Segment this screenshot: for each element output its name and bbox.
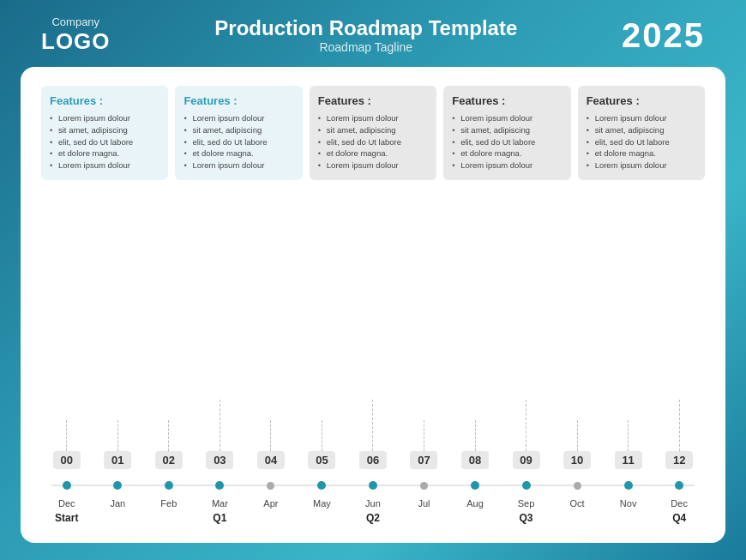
- quarter-label-start: Start: [55, 512, 78, 524]
- dot-10: [574, 482, 581, 490]
- feature-item: et dolore magna.: [50, 148, 159, 160]
- dashed-line: [220, 400, 220, 451]
- feature-item: et dolore magna.: [452, 148, 562, 160]
- dot-item-3: [195, 481, 246, 490]
- year-display: 2025: [622, 16, 705, 55]
- month-label-8: Aug: [466, 498, 484, 509]
- main-title: Production Roadmap Template: [214, 16, 517, 40]
- feature-item: Lorem ipsum dolour: [183, 112, 293, 124]
- feature-item: sit amet, adipiscing: [587, 124, 696, 136]
- month-item-12: Dec Q4: [653, 498, 705, 524]
- feature-item: et dolore magna.: [587, 148, 696, 160]
- header: Company LOGO Production Roadmap Template…: [0, 0, 746, 67]
- dot-8: [471, 481, 479, 490]
- dot-item-1: [93, 481, 144, 490]
- feature-item: elit, sed do Ut labore: [452, 136, 562, 148]
- dot-0: [63, 481, 71, 490]
- month-label-4: Apr: [263, 498, 278, 509]
- month-item-5: May: [297, 498, 348, 509]
- num-col-1: 01: [93, 420, 144, 474]
- feature-item: Lorem ipsum dolour: [50, 160, 159, 172]
- month-label-11: Nov: [620, 498, 637, 509]
- dot-item-7: [399, 482, 450, 490]
- month-label-3: Mar: [212, 498, 228, 509]
- feature-item: sit amet, adipiscing: [50, 124, 159, 136]
- num-col-2: 02: [143, 420, 195, 474]
- month-item-2: Feb: [143, 498, 195, 509]
- dot-3: [215, 481, 224, 490]
- feature-item: Lorem ipsum dolour: [587, 160, 696, 172]
- feature-title-1: Features :: [50, 94, 159, 107]
- logo-text: LOGO: [41, 28, 111, 55]
- feature-title-4: Features :: [452, 94, 562, 107]
- timeline-section: 00 01 02 03 04: [41, 190, 705, 527]
- month-item-1: Jan: [93, 498, 144, 509]
- main-card: Features : Lorem ipsum dolour sit amet, …: [21, 67, 725, 543]
- month-item-9: Sep Q3: [501, 498, 552, 524]
- dashed-line: [526, 400, 526, 451]
- month-label-0: Dec: [58, 498, 75, 509]
- feature-item: et dolore magna.: [183, 148, 293, 160]
- dot-item-10: [551, 482, 603, 490]
- num-col-10: 10: [551, 420, 603, 474]
- month-item-4: Apr: [245, 498, 297, 509]
- features-row: Features : Lorem ipsum dolour sit amet, …: [41, 86, 705, 180]
- feature-item: Lorem ipsum dolour: [318, 160, 428, 172]
- feature-item: Lorem ipsum dolour: [50, 112, 159, 124]
- num-col-11: 11: [603, 420, 654, 474]
- dot-item-9: [501, 481, 552, 490]
- dashed-line: [372, 400, 373, 451]
- num-box-2: 02: [155, 451, 183, 469]
- page-wrapper: Company LOGO Production Roadmap Template…: [0, 0, 746, 560]
- dashed-line: [577, 420, 578, 451]
- feature-title-5: Features :: [587, 94, 696, 107]
- dot-1: [113, 481, 122, 490]
- num-box-0: 00: [53, 451, 81, 469]
- feature-item: Lorem ipsum dolour: [452, 160, 562, 172]
- dashed-line: [117, 420, 118, 451]
- month-label-12: Dec: [671, 498, 688, 509]
- num-col-3: 03: [195, 400, 246, 474]
- feature-item: elit, sed do Ut labore: [50, 136, 159, 148]
- feature-list-3: Lorem ipsum dolour sit amet, adipiscing …: [318, 112, 428, 172]
- quarter-label-q4: Q4: [672, 512, 686, 524]
- month-label-2: Feb: [160, 498, 177, 509]
- month-label-5: May: [313, 498, 331, 509]
- feature-title-2: Features :: [183, 94, 293, 107]
- dot-item-6: [347, 481, 399, 490]
- num-col-6: 06: [347, 400, 399, 474]
- num-box-7: 07: [410, 451, 437, 469]
- feature-box-2: Features : Lorem ipsum dolour sit amet, …: [175, 86, 302, 180]
- feature-box-1: Features : Lorem ipsum dolour sit amet, …: [41, 86, 168, 180]
- quarter-label-q3: Q3: [520, 512, 533, 524]
- dot-7: [420, 482, 428, 490]
- dot-item-8: [449, 481, 501, 490]
- quarter-label-q2: Q2: [366, 512, 380, 524]
- dot-item-2: [143, 481, 195, 490]
- title-area: Production Roadmap Template Roadmap Tagl…: [214, 16, 517, 54]
- feature-item: sit amet, adipiscing: [452, 124, 562, 136]
- month-item-10: Oct: [551, 498, 603, 509]
- dot-item-4: [245, 482, 297, 490]
- feature-list-1: Lorem ipsum dolour sit amet, adipiscing …: [50, 112, 159, 172]
- num-col-9: 09: [501, 400, 552, 474]
- feature-item: Lorem ipsum dolour: [587, 112, 696, 124]
- feature-list-2: Lorem ipsum dolour sit amet, adipiscing …: [183, 112, 293, 172]
- feature-box-3: Features : Lorem ipsum dolour sit amet, …: [310, 86, 436, 180]
- dashed-line: [679, 400, 680, 451]
- num-box-3: 03: [206, 451, 233, 469]
- months-row: Dec Start Jan Feb Mar Q1 Apr May: [41, 498, 705, 524]
- month-item-11: Nov: [603, 498, 654, 509]
- dashed-line: [168, 420, 169, 451]
- dot-11: [624, 481, 633, 490]
- num-box-1: 01: [104, 451, 131, 469]
- feature-box-4: Features : Lorem ipsum dolour sit amet, …: [443, 86, 570, 180]
- numbers-with-lines: 00 01 02 03 04: [41, 400, 705, 474]
- month-label-10: Oct: [570, 498, 585, 509]
- dashed-line: [475, 420, 476, 451]
- dot-9: [522, 481, 531, 490]
- feature-item: Lorem ipsum dolour: [183, 160, 293, 172]
- month-item-3: Mar Q1: [195, 498, 246, 524]
- feature-box-5: Features : Lorem ipsum dolour sit amet, …: [578, 86, 705, 180]
- dashed-line: [322, 420, 322, 451]
